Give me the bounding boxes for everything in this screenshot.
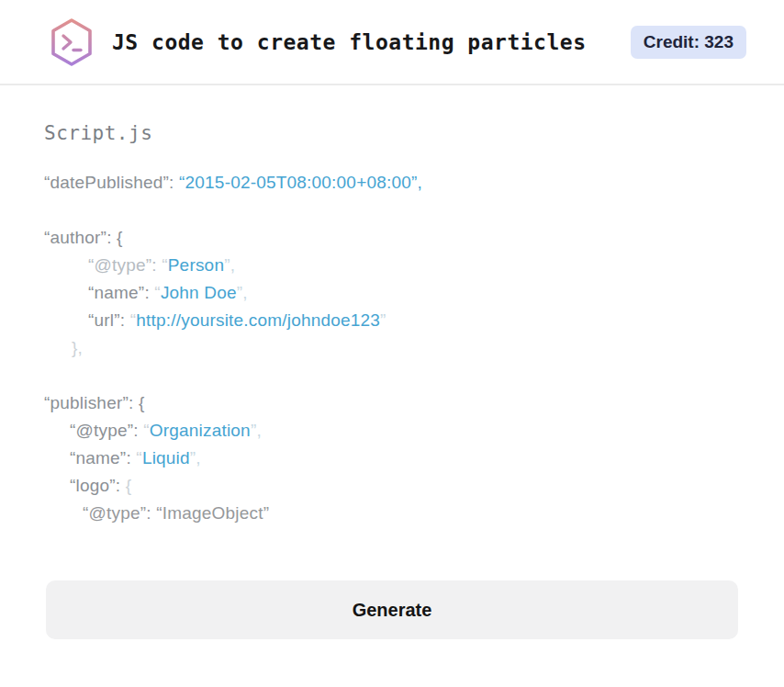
credit-badge: Credit: 323 [631,26,746,59]
code-token-value: Person [168,255,224,275]
code-token-punct-faded: { [126,476,132,495]
code-line: “publisher”: { [44,389,740,417]
code-token-gray: “@type”: “ImageObject” [83,503,269,523]
page-title: JS code to create floating particles [112,30,587,54]
code-line: “@type”: “Organization”, [44,417,740,445]
code-line: “author”: { [44,224,740,252]
code-line: }, [44,334,740,362]
code-token-key: “name”: [70,448,136,467]
code-token-key: “author”: { [44,228,123,247]
app-header: JS code to create floating particles Cre… [0,0,784,85]
filename-label: Script.js [44,122,740,144]
code-line: “@type”: “Person”, [44,252,740,279]
code-token-value-faded: ”, [190,448,201,467]
code-line [44,362,740,389]
code-line: “logo”: { [44,472,740,500]
code-line: “name”: “Liquid”, [44,445,740,472]
code-token-value-faded: ” [380,310,386,330]
main-content: Script.js “datePublished”: “2015-02-05T0… [0,122,784,639]
code-line: “datePublished”: “2015-02-05T08:00:00+08… [44,169,740,197]
code-token-value: “2015-02-05T08:00:00+08:00”, [179,173,422,192]
code-token-value-faded: ”, [251,421,262,440]
code-token-value: Organization [150,421,251,440]
code-line: “url”: “http://yoursite.com/johndoe123” [44,307,740,334]
code-token-value: John Doe [161,283,237,302]
code-token-value-faded: ”, [224,255,235,275]
code-token-value: Liquid [142,448,190,467]
code-token-key: “logo”: [70,476,126,495]
code-line: “name”: “John Doe”, [44,279,740,307]
code-line: “@type”: “ImageObject” [44,500,740,527]
generate-button[interactable]: Generate [46,580,738,639]
code-token-value: http://yoursite.com/johndoe123 [136,310,380,330]
code-token-key-light: “@type”: [88,255,162,275]
code-line [44,197,740,224]
code-token-key: “publisher”: { [44,393,144,412]
code-token-key: “url”: [88,310,130,330]
code-token-punct-faded: }, [72,338,83,357]
terminal-hexagon-logo-icon [48,16,95,69]
code-token-key: “@type”: [70,421,143,440]
code-block: “datePublished”: “2015-02-05T08:00:00+08… [44,169,740,527]
code-token-key: “name”: [88,283,154,302]
code-token-value-faded: ”, [237,283,248,302]
code-token-key: “datePublished”: [44,173,179,192]
